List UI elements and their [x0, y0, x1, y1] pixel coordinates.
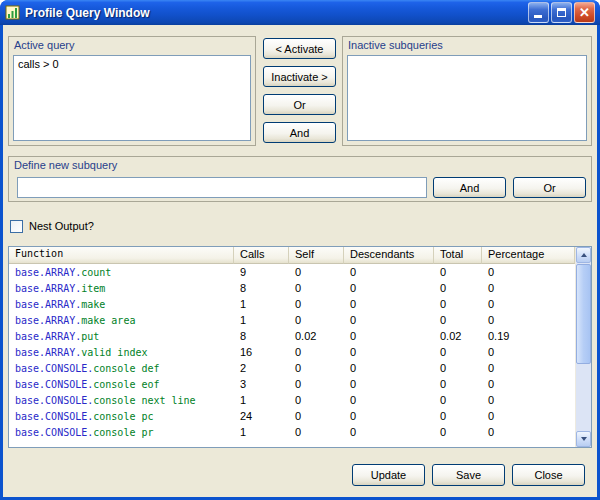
self-cell: 0 [289, 282, 344, 294]
subquery-and-button[interactable]: And [433, 177, 506, 198]
total-cell: 0 [434, 426, 482, 438]
total-cell: 0 [434, 410, 482, 422]
self-cell: 0.02 [289, 330, 344, 342]
active-query-item[interactable]: calls > 0 [14, 56, 250, 72]
total-cell: 0 [434, 298, 482, 310]
profile-query-window: Profile Query Window ✕ Active query call… [0, 0, 600, 500]
percentage-cell: 0 [482, 410, 575, 422]
inactive-subqueries-group: Inactive subqueries [342, 36, 592, 146]
percentage-cell: 0 [482, 266, 575, 278]
profile-table: Function Calls Self Descendants Total Pe… [8, 246, 592, 448]
and-transfer-button[interactable]: And [263, 122, 336, 143]
function-qualifier: base.ARRAY. [15, 267, 81, 278]
function-feature: console_pr [93, 427, 153, 438]
active-query-label: Active query [14, 39, 75, 51]
close-button[interactable]: ✕ [574, 2, 595, 23]
active-query-list[interactable]: calls > 0 [13, 55, 251, 141]
save-button[interactable]: Save [432, 464, 505, 486]
table-row[interactable]: base.ARRAY.make_area10000 [9, 312, 575, 328]
table-header: Function Calls Self Descendants Total Pe… [9, 247, 575, 264]
function-feature: make [81, 299, 105, 310]
table-row[interactable]: base.ARRAY.item80000 [9, 280, 575, 296]
percentage-cell: 0 [482, 426, 575, 438]
total-cell: 0 [434, 346, 482, 358]
descendants-cell: 0 [344, 314, 434, 326]
maximize-icon [557, 8, 566, 17]
function-feature: valid_index [81, 347, 147, 358]
inactive-subqueries-list[interactable] [347, 55, 587, 141]
column-header-total[interactable]: Total [434, 247, 482, 264]
activate-button[interactable]: < Activate [263, 38, 336, 59]
column-header-percentage[interactable]: Percentage [482, 247, 575, 264]
function-qualifier: base.CONSOLE. [15, 363, 93, 374]
function-qualifier: base.ARRAY. [15, 283, 81, 294]
descendants-cell: 0 [344, 330, 434, 342]
function-cell: base.CONSOLE.console_pr [9, 427, 234, 438]
titlebar[interactable]: Profile Query Window ✕ [0, 0, 600, 25]
self-cell: 0 [289, 298, 344, 310]
self-cell: 0 [289, 394, 344, 406]
self-cell: 0 [289, 314, 344, 326]
function-feature: console_eof [93, 379, 159, 390]
or-transfer-button[interactable]: Or [263, 94, 336, 115]
function-qualifier: base.CONSOLE. [15, 427, 93, 438]
descendants-cell: 0 [344, 298, 434, 310]
function-qualifier: base.ARRAY. [15, 331, 81, 342]
descendants-cell: 0 [344, 362, 434, 374]
self-cell: 0 [289, 410, 344, 422]
total-cell: 0 [434, 266, 482, 278]
maximize-button[interactable] [551, 2, 572, 23]
table-row[interactable]: base.CONSOLE.console_next_line10000 [9, 392, 575, 408]
scrollbar-thumb[interactable] [576, 264, 591, 364]
descendants-cell: 0 [344, 426, 434, 438]
function-feature: console_def [93, 363, 159, 374]
table-scrollbar[interactable] [575, 247, 591, 447]
define-subquery-group: Define new subquery And Or [8, 156, 592, 202]
column-header-self[interactable]: Self [289, 247, 344, 264]
minimize-icon [534, 15, 542, 18]
nest-output-checkbox[interactable] [10, 220, 23, 233]
total-cell: 0 [434, 362, 482, 374]
inactivate-button[interactable]: Inactivate > [263, 66, 336, 87]
calls-cell: 8 [234, 330, 289, 342]
descendants-cell: 0 [344, 346, 434, 358]
table-row[interactable]: base.CONSOLE.console_def20000 [9, 360, 575, 376]
update-button[interactable]: Update [352, 464, 425, 486]
percentage-cell: 0.19 [482, 330, 575, 342]
table-row[interactable]: base.CONSOLE.console_eof30000 [9, 376, 575, 392]
percentage-cell: 0 [482, 314, 575, 326]
column-header-descendants[interactable]: Descendants [344, 247, 434, 264]
function-cell: base.CONSOLE.console_eof [9, 379, 234, 390]
calls-cell: 1 [234, 314, 289, 326]
close-dialog-button[interactable]: Close [512, 464, 585, 486]
subquery-input[interactable] [17, 177, 427, 198]
minimize-button[interactable] [528, 2, 549, 23]
self-cell: 0 [289, 426, 344, 438]
function-cell: base.ARRAY.item [9, 283, 234, 294]
table-row[interactable]: base.ARRAY.make10000 [9, 296, 575, 312]
table-row[interactable]: base.ARRAY.put80.0200.020.19 [9, 328, 575, 344]
window-controls: ✕ [528, 2, 595, 23]
table-row[interactable]: base.CONSOLE.console_pr10000 [9, 424, 575, 440]
descendants-cell: 0 [344, 410, 434, 422]
percentage-cell: 0 [482, 362, 575, 374]
column-header-calls[interactable]: Calls [234, 247, 289, 264]
subquery-or-button[interactable]: Or [513, 177, 586, 198]
scroll-down-button[interactable] [576, 431, 591, 447]
table-row[interactable]: base.CONSOLE.console_pc240000 [9, 408, 575, 424]
function-feature: item [81, 283, 105, 294]
self-cell: 0 [289, 346, 344, 358]
calls-cell: 8 [234, 282, 289, 294]
percentage-cell: 0 [482, 346, 575, 358]
scroll-up-button[interactable] [576, 247, 591, 263]
function-cell: base.CONSOLE.console_def [9, 363, 234, 374]
total-cell: 0 [434, 378, 482, 390]
column-header-function[interactable]: Function [9, 247, 234, 264]
close-icon: ✕ [579, 6, 590, 19]
function-qualifier: base.CONSOLE. [15, 395, 93, 406]
table-row[interactable]: base.ARRAY.valid_index160000 [9, 344, 575, 360]
table-row[interactable]: base.ARRAY.count90000 [9, 264, 575, 280]
calls-cell: 1 [234, 394, 289, 406]
total-cell: 0.02 [434, 330, 482, 342]
total-cell: 0 [434, 282, 482, 294]
